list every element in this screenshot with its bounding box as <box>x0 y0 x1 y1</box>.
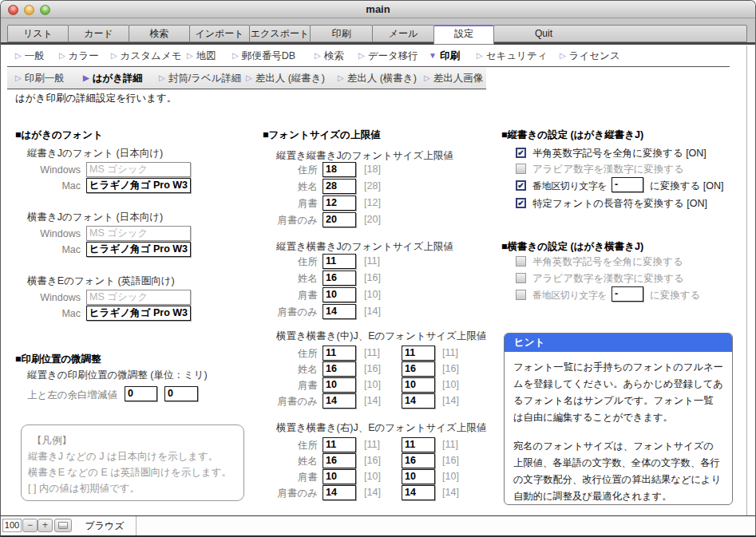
size-input[interactable]: 10 <box>323 287 356 302</box>
tab-settings[interactable]: 設定 <box>433 25 494 45</box>
zoom-out-button[interactable]: − <box>22 519 38 532</box>
zoom-level-field[interactable]: 100 <box>2 519 22 532</box>
nav-postal-db[interactable]: ▷郵便番号DB <box>232 45 295 67</box>
checkbox[interactable]: ✔ <box>516 148 526 158</box>
tab-divider <box>1 42 756 45</box>
nav-custom-memo[interactable]: ▷カスタムメモ <box>111 45 181 67</box>
checkbox[interactable]: ✔ <box>516 198 526 208</box>
triangle-icon: ▷ <box>315 51 321 60</box>
size-input[interactable]: 10 <box>323 469 356 484</box>
size-input[interactable]: 16 <box>323 361 356 377</box>
default-value: [28] <box>364 180 381 192</box>
subnav-sender-image[interactable]: ▷差出人画像 <box>424 68 483 89</box>
size-input[interactable]: 16 <box>323 453 356 468</box>
checkbox-label-after: に変換する [ON] <box>650 180 724 193</box>
size-input-e[interactable]: 14 <box>402 393 435 409</box>
row-label: 住所 <box>263 347 318 361</box>
tab-export[interactable]: エクスポート <box>249 25 311 42</box>
size-input-e[interactable]: 16 <box>402 453 435 468</box>
row-label: 住所 <box>263 164 318 177</box>
default-value: [11] <box>442 439 458 450</box>
checkbox[interactable]: ✔ <box>516 290 526 300</box>
size-input[interactable]: 18 <box>323 162 356 177</box>
size-input[interactable]: 16 <box>323 270 356 286</box>
size-input[interactable]: 12 <box>323 195 356 211</box>
separator-char-input[interactable]: - <box>612 286 643 302</box>
subnav-sender-horizontal[interactable]: ▷差出人 (横書き) <box>338 68 417 89</box>
mac-font-input[interactable]: ヒラギノ角ゴ Pro W3 <box>86 242 191 257</box>
nav-license[interactable]: ▷ライセンス <box>560 45 620 67</box>
subnav-envelope-label[interactable]: ▷封筒/ラベル詳細 <box>159 68 242 89</box>
size-input[interactable]: 11 <box>323 254 356 269</box>
legend-line: 横書きE などの E は英語圏向けを示します。 <box>28 466 232 480</box>
group-label: 縦書きJのフォント (日本向け) <box>27 147 163 160</box>
size-input[interactable]: 11 <box>323 437 356 452</box>
mac-font-input[interactable]: ヒラギノ角ゴ Pro W3 <box>86 306 191 321</box>
size-input-e[interactable]: 11 <box>402 345 435 361</box>
nav-search[interactable]: ▷検索 <box>315 45 344 67</box>
tab-quit[interactable]: Quit <box>493 25 747 42</box>
size-input[interactable]: 14 <box>323 485 356 500</box>
mac-font-input[interactable]: ヒラギノ角ゴ Pro W3 <box>86 178 191 193</box>
tab-card[interactable]: カード <box>68 25 129 42</box>
layout-right-edge <box>746 45 747 515</box>
font-row: Mac ヒラギノ角ゴ Pro W3 <box>17 306 248 322</box>
size-input[interactable]: 20 <box>323 212 356 227</box>
nav-data-migration[interactable]: ▷データ移行 <box>358 45 418 67</box>
checkbox[interactable]: ✔ <box>516 164 526 174</box>
checkbox[interactable]: ✔ <box>516 180 526 191</box>
tab-list[interactable]: リスト <box>7 25 69 42</box>
triangle-icon: ▷ <box>15 51 22 60</box>
checkbox-label-after: に変換する <box>650 289 700 302</box>
nav-general[interactable]: ▷一般 <box>15 45 45 67</box>
windows-font-input[interactable]: MS ゴシック <box>86 290 191 305</box>
size-input-e[interactable]: 16 <box>402 361 435 377</box>
nav-color[interactable]: ▷カラー <box>59 45 99 67</box>
default-value: [20] <box>364 214 381 225</box>
size-input-e[interactable]: 10 <box>402 377 435 393</box>
subnav-print-general[interactable]: ▷印刷一般 <box>15 68 65 89</box>
size-row: 肩書のみ14[14] <box>263 304 502 320</box>
nav-security[interactable]: ▷セキュリティ <box>477 45 547 67</box>
mode-popup[interactable]: ブラウズ <box>74 519 135 533</box>
title-bar[interactable]: main <box>1 1 755 18</box>
triangle-icon: ▷ <box>111 51 117 60</box>
group-label: 縦置き縦書きJのフォントサイズ上限値 <box>276 149 453 163</box>
status-area-toggle-button[interactable] <box>54 519 72 532</box>
default-value: [14] <box>442 395 459 406</box>
nav-print[interactable]: ▼印刷 <box>429 45 460 67</box>
tab-search[interactable]: 検索 <box>129 25 190 42</box>
checkbox[interactable]: ✔ <box>516 273 526 283</box>
mac-label: Mac <box>17 308 81 319</box>
default-value: [10] <box>364 471 381 482</box>
tab-import[interactable]: インポート <box>189 25 250 42</box>
size-row: 肩書12[12] <box>263 195 502 211</box>
size-input-e[interactable]: 14 <box>402 485 435 500</box>
windows-font-input[interactable]: MS ゴシック <box>86 162 191 177</box>
checkbox[interactable]: ✔ <box>516 256 526 267</box>
size-input[interactable]: 10 <box>323 377 356 393</box>
tab-mail[interactable]: メール <box>372 25 434 42</box>
row-label: 姓名 <box>263 363 318 377</box>
size-input-e[interactable]: 10 <box>402 469 435 484</box>
row-label: 姓名 <box>263 272 318 286</box>
size-input[interactable]: 14 <box>323 304 356 319</box>
windows-font-input[interactable]: MS ゴシック <box>86 226 191 241</box>
status-area-icon <box>58 522 68 529</box>
tab-print[interactable]: 印刷 <box>310 25 373 42</box>
default-value: [14] <box>364 395 381 406</box>
size-input[interactable]: 28 <box>323 179 356 194</box>
margin-top-input[interactable]: 0 <box>125 386 157 401</box>
zoom-in-button[interactable]: + <box>38 519 53 532</box>
subnav-hagaki-detail[interactable]: ▶はがき詳細 <box>83 68 143 89</box>
margin-left-input[interactable]: 0 <box>164 386 198 401</box>
separator-char-input[interactable]: - <box>612 177 643 192</box>
size-input[interactable]: 11 <box>323 345 356 361</box>
nav-map[interactable]: ▷地図 <box>187 45 216 67</box>
row-label: 住所 <box>263 439 318 452</box>
default-value: [16] <box>364 363 381 374</box>
size-row: 肩書10[10]10[10] <box>263 469 502 485</box>
size-input[interactable]: 14 <box>323 393 356 409</box>
subnav-sender-vertical[interactable]: ▷差出人 (縦書き) <box>246 68 325 89</box>
size-input-e[interactable]: 11 <box>402 437 435 452</box>
